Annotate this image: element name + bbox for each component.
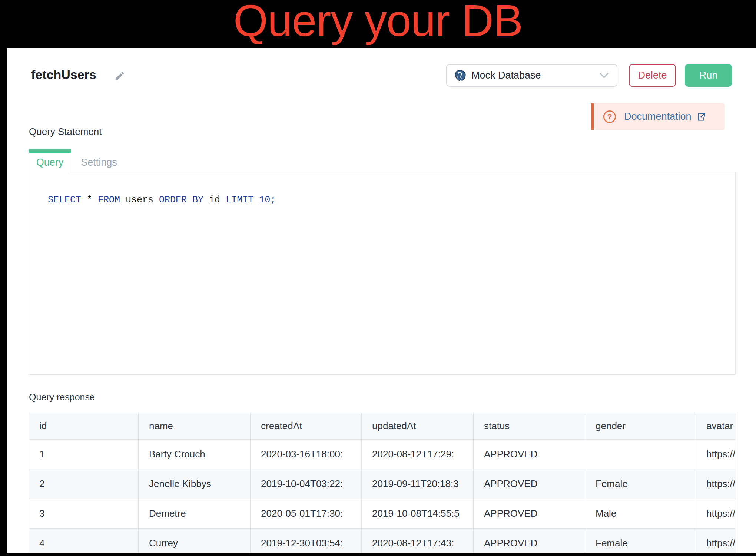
- tab-settings[interactable]: Settings: [71, 149, 127, 172]
- query-response-label: Query response: [29, 392, 95, 403]
- external-link-icon: [696, 112, 706, 122]
- cell-updatedAt: 2020-08-12T17:29:: [362, 440, 474, 469]
- documentation-link[interactable]: ? Documentation: [591, 103, 725, 130]
- query-name-title: fetchUsers: [31, 67, 96, 82]
- cell-name: Demetre: [139, 499, 251, 529]
- cell-createdAt: 2019-10-04T03:22:: [251, 469, 362, 499]
- page-banner-title: Query your DB: [0, 0, 756, 46]
- database-selector-dropdown[interactable]: Mock Database: [446, 64, 617, 87]
- cell-gender: [585, 440, 696, 469]
- postgresql-elephant-icon: [454, 69, 466, 82]
- cell-id: 3: [29, 499, 139, 529]
- cell-gender: Male: [585, 499, 696, 529]
- column-header-status: status: [474, 413, 585, 440]
- query-statement-label: Query Statement: [29, 126, 102, 138]
- cell-avatar: https://: [696, 529, 736, 554]
- app-window: Query your DB fetchUsers Mock Database: [0, 0, 756, 556]
- table-row: 2 Jenelle Kibbys 2019-10-04T03:22: 2019-…: [29, 469, 736, 499]
- question-circle-icon: ?: [603, 110, 616, 123]
- sql-editor[interactable]: SELECT * FROM users ORDER BY id LIMIT 10…: [29, 172, 736, 375]
- cell-name: Barty Crouch: [139, 440, 251, 469]
- cell-id: 1: [29, 440, 139, 469]
- cell-avatar: https://: [696, 440, 736, 469]
- pencil-icon: [114, 76, 125, 83]
- database-selector-value: Mock Database: [471, 70, 541, 81]
- edit-query-name-button[interactable]: [114, 70, 125, 82]
- cell-avatar: https://: [696, 469, 736, 499]
- query-response-table: id name createdAt updatedAt status gende…: [29, 413, 736, 553]
- cell-updatedAt: 2019-09-11T20:18:3: [362, 469, 474, 499]
- cell-gender: Female: [585, 469, 696, 499]
- cell-id: 2: [29, 469, 139, 499]
- cell-gender: Female: [585, 529, 696, 554]
- delete-button[interactable]: Delete: [629, 64, 676, 87]
- cell-name: Currey: [139, 529, 251, 554]
- column-header-updatedAt: updatedAt: [362, 413, 474, 440]
- table-header-row: id name createdAt updatedAt status gende…: [29, 413, 736, 440]
- query-tool-panel: fetchUsers Mock Database Delete Run: [7, 48, 756, 553]
- cell-updatedAt: 2019-10-08T14:55:5: [362, 499, 474, 529]
- cell-status: APPROVED: [474, 499, 585, 529]
- documentation-label: Documentation: [624, 111, 692, 122]
- table-row: 1 Barty Crouch 2020-03-16T18:00: 2020-08…: [29, 440, 736, 469]
- sql-statement: SELECT * FROM users ORDER BY id LIMIT 10…: [48, 195, 276, 205]
- cell-status: APPROVED: [474, 469, 585, 499]
- tab-query[interactable]: Query: [29, 149, 71, 172]
- cell-createdAt: 2020-03-16T18:00:: [251, 440, 362, 469]
- cell-updatedAt: 2020-08-12T17:43:: [362, 529, 474, 554]
- cell-name: Jenelle Kibbys: [139, 469, 251, 499]
- cell-avatar: https://: [696, 499, 736, 529]
- cell-status: APPROVED: [474, 529, 585, 554]
- cell-status: APPROVED: [474, 440, 585, 469]
- table-row: 4 Currey 2019-12-30T03:54: 2020-08-12T17…: [29, 529, 736, 554]
- cell-createdAt: 2020-05-01T17:30:: [251, 499, 362, 529]
- column-header-id: id: [29, 413, 139, 440]
- cell-id: 4: [29, 529, 139, 554]
- chevron-down-icon: [600, 73, 609, 79]
- table-row: 3 Demetre 2020-05-01T17:30: 2019-10-08T1…: [29, 499, 736, 529]
- run-button[interactable]: Run: [685, 64, 732, 87]
- query-tabs: Query Settings: [29, 149, 127, 172]
- column-header-avatar: avatar: [696, 413, 736, 440]
- column-header-createdAt: createdAt: [251, 413, 362, 440]
- column-header-name: name: [139, 413, 251, 440]
- cell-createdAt: 2019-12-30T03:54:: [251, 529, 362, 554]
- column-header-gender: gender: [585, 413, 696, 440]
